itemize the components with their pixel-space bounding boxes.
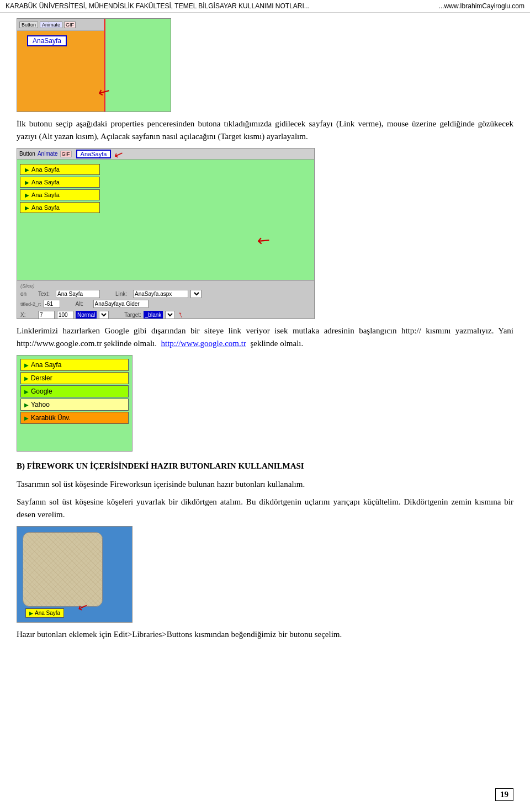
- sp-titled-label: titled-2_r:: [20, 301, 41, 307]
- ss2-nav-btn-1[interactable]: ▶ Ana Sayfa: [20, 164, 100, 175]
- slice-label: (Slice): [20, 283, 312, 289]
- page-header: KARABÜK ÜNİVERSİTESİ, MÜHENDİSLİK FAKÜLT…: [0, 0, 530, 13]
- ss3-label-1: Ana Sayfa: [31, 361, 61, 369]
- normal-select[interactable]: [99, 311, 109, 319]
- ss3-play-1-icon: ▶: [24, 362, 29, 368]
- link-select[interactable]: [190, 290, 202, 298]
- ss1-button-btn[interactable]: Button: [19, 22, 38, 28]
- ss2-nav-label-4: Ana Sayfa: [31, 204, 60, 211]
- ss2-props-row1: on Text: Link:: [20, 290, 312, 298]
- ss3-nav-karabuk[interactable]: ▶ Karabük Ünv.: [20, 412, 129, 424]
- ss2-play-icon-4: ▶: [25, 205, 29, 211]
- ss4-nav-btn[interactable]: ▶ Ana Sayfa: [25, 608, 64, 618]
- ss3-play-2-icon: ▶: [24, 375, 29, 381]
- ss2-nav-label-3: Ana Sayfa: [31, 192, 60, 198]
- ss4-blue-right: [103, 527, 132, 623]
- paragraph-3: Tasarımın sol üst köşesinde Fireworksun …: [17, 478, 513, 491]
- ss2-nav-btn-3[interactable]: ▶ Ana Sayfa: [20, 189, 100, 200]
- ss2-props-panel: (Slice) on Text: Link: titled-2_r: Alt:: [17, 280, 315, 319]
- paragraph-4: Sayfanın sol üst köşesine köşeleri yuvar…: [17, 496, 513, 521]
- google-link[interactable]: http://www.google.com.tr: [161, 339, 246, 348]
- ss2-nav-label-2: Ana Sayfa: [31, 179, 60, 185]
- text-input[interactable]: [56, 290, 100, 298]
- sp-x-label: X:: [20, 312, 36, 318]
- ss3-nav-dersler[interactable]: ▶ Dersler: [20, 372, 129, 384]
- ss2-props-row3: X: Normal Target: _blank ↑: [20, 310, 312, 319]
- ss3-nav-anasayfa[interactable]: ▶ Ana Sayfa: [20, 359, 129, 371]
- ss2-nav-label-1: Ana Sayfa: [31, 166, 60, 173]
- ss2-play-icon-1: ▶: [25, 167, 29, 173]
- alt-input[interactable]: [93, 300, 149, 308]
- ss3-label-3: Google: [31, 388, 52, 395]
- ss2-nav-btn-2[interactable]: ▶ Ana Sayfa: [20, 177, 100, 188]
- ss3-nav-yahoo[interactable]: ▶ Yahoo: [20, 399, 129, 411]
- ss4-play-icon: ▶: [29, 611, 33, 616]
- para2-text: Linklerimizi hazırlarken Google gibi dış…: [17, 326, 513, 348]
- ss4-rounded-rect: [23, 532, 103, 607]
- screenshot-2: Button Animate GIF AnaSayfa ↙ ▶ Ana Sayf…: [17, 148, 315, 319]
- ss2-play-icon-3: ▶: [25, 192, 29, 198]
- ss2-nav-buttons: ▶ Ana Sayfa ▶ Ana Sayfa ▶ Ana Sayfa ▶ An…: [20, 164, 100, 213]
- ss2-toolbar: Button Animate GIF AnaSayfa ↙: [17, 148, 315, 160]
- ss3-play-3-icon: ▶: [24, 389, 29, 395]
- sp-link-label: Link:: [115, 291, 131, 297]
- paragraph-5: Hazır butonları eklemek için Edit>Librar…: [17, 628, 513, 641]
- ss2-animate-label: Animate: [38, 151, 58, 157]
- target-select[interactable]: [165, 311, 175, 319]
- screenshot-1: Button Animate GIF AnaSayfa ↙: [17, 18, 171, 112]
- ss1-gif-icon: GIF: [64, 22, 76, 28]
- ss3-label-5: Karabük Ünv.: [31, 414, 71, 422]
- ss2-play-icon-2: ▶: [25, 179, 29, 185]
- paragraph-1: İlk butonu seçip aşağıdaki properties pe…: [17, 118, 513, 142]
- ss3-label-4: Yahoo: [31, 401, 50, 408]
- paragraph-2: Linklerimizi hazırlarken Google gibi dış…: [17, 325, 513, 349]
- ss2-green-right: [128, 160, 315, 281]
- ss2-props-row2: titled-2_r: Alt:: [20, 300, 312, 308]
- page-number-area: 19: [495, 788, 513, 801]
- main-content: Button Animate GIF AnaSayfa ↙ İlk butonu…: [0, 13, 530, 663]
- header-right: ...www.IbrahimCayiroglu.com: [439, 2, 524, 10]
- w-input[interactable]: [57, 311, 73, 319]
- ss1-animate-btn[interactable]: Animate: [40, 22, 62, 28]
- titled-input[interactable]: [44, 300, 60, 308]
- page-number: 19: [495, 788, 513, 801]
- sp-on-label: on: [20, 291, 36, 297]
- ss3-label-2: Dersler: [31, 374, 52, 382]
- normal-value: Normal: [76, 311, 97, 319]
- ss1-anasayfa-label: AnaSayfa: [27, 35, 67, 46]
- sp-text-label: Text:: [38, 291, 54, 297]
- screenshot-3: ▶ Ana Sayfa ▶ Dersler ▶ Google ▶ Yahoo ▶…: [17, 355, 132, 452]
- sp-target-label: Target:: [124, 312, 141, 318]
- ss3-nav-google[interactable]: ▶ Google: [20, 385, 129, 397]
- ss2-nav-btn-4[interactable]: ▶ Ana Sayfa: [20, 202, 100, 213]
- ss3-play-4-icon: ▶: [24, 402, 29, 408]
- ss2-anasayfa-label: AnaSayfa: [76, 150, 112, 158]
- link-input[interactable]: [133, 290, 188, 298]
- sp-alt-label: Alt:: [76, 301, 91, 307]
- target-value: _blank: [144, 311, 163, 319]
- section-b-header: B) FİREWORK UN İÇERİSİNDEKİ HAZIR BUTONL…: [17, 460, 513, 473]
- x-input[interactable]: [38, 311, 55, 319]
- screenshot-4: ▶ Ana Sayfa ↙: [17, 526, 132, 623]
- ss3-play-5-icon: ▶: [24, 415, 29, 421]
- ss4-btn-label: Ana Sayfa: [35, 610, 60, 616]
- header-left: KARABÜK ÜNİVERSİTESİ, MÜHENDİSLİK FAKÜLT…: [6, 2, 310, 10]
- ss2-button-label: Button: [19, 151, 35, 157]
- ss2-arrow3-icon: ↑: [177, 309, 184, 319]
- ss2-gif-label: GIF: [60, 151, 72, 157]
